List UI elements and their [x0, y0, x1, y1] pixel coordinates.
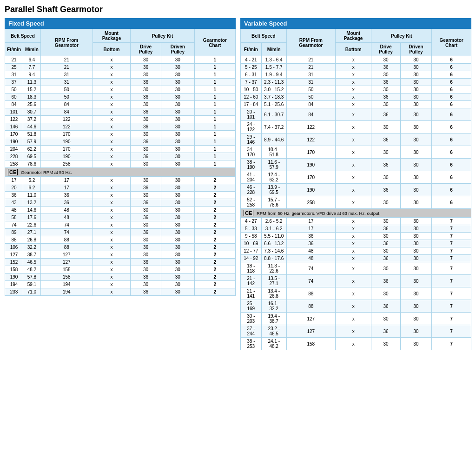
- driven-cell: 30: [400, 247, 432, 255]
- drive-cell: 30: [131, 266, 161, 274]
- rpm-cell: 127: [286, 325, 335, 338]
- rpm-cell: 31: [286, 71, 335, 79]
- m-min-cell: 11.3: [23, 79, 41, 86]
- rpm-cell: 158: [40, 274, 93, 281]
- table-row: 3611.036x30302: [5, 192, 236, 199]
- rpm-cell: 31: [286, 79, 335, 86]
- drive-cell: 30: [131, 281, 161, 288]
- vs-ft-min-header: Ft/min: [241, 43, 262, 56]
- m-min-cell: 7.3 - 14.6: [261, 247, 286, 255]
- drive-cell: 36: [371, 108, 400, 121]
- ft-min-cell: 74: [5, 221, 23, 229]
- chart-cell: 6: [432, 146, 471, 159]
- rpm-cell: 48: [286, 255, 335, 262]
- table-row: 216.421x30301: [5, 56, 236, 64]
- m-min-cell: 27.1: [23, 229, 41, 236]
- table-row: 46 - 22813.9 - 69.5190x36306: [241, 184, 471, 196]
- driven-cell: 30: [161, 288, 194, 296]
- chart-cell: 2: [194, 266, 235, 274]
- m-min-cell: 3.1 - 6.2: [261, 225, 286, 233]
- drive-cell: 36: [131, 259, 161, 266]
- ce-symbol-1: CE: [8, 169, 18, 175]
- chart-cell: 1: [194, 93, 235, 101]
- m-min-cell: 13.4 - 26.8: [261, 287, 286, 300]
- ft-min-cell: 24 - 122: [241, 121, 262, 133]
- mount-cell: x: [93, 288, 131, 296]
- belt-speed-header: Belt Speed: [5, 29, 41, 43]
- drive-cell: 30: [371, 262, 400, 275]
- mount-cell: x: [93, 281, 131, 288]
- mount-cell: x: [335, 196, 371, 209]
- table-row: 3711.331x36301: [5, 79, 236, 86]
- rpm-cell: 36: [40, 199, 93, 207]
- m-min-cell: 69.5: [23, 153, 41, 160]
- chart-cell: 6: [432, 64, 471, 71]
- table-row: 34 - 17010.4 - 51.8170x30306: [241, 146, 471, 159]
- driven-cell: 30: [161, 199, 194, 207]
- mount-cell: x: [335, 255, 371, 262]
- mount-cell: x: [335, 146, 371, 159]
- ft-min-cell: 6 - 31: [241, 71, 262, 79]
- chart-cell: 7: [432, 325, 471, 338]
- m-min-cell: 13.2: [23, 199, 41, 207]
- drive-cell: 30: [131, 101, 161, 108]
- ft-min-cell: 228: [5, 153, 23, 160]
- rpm-cell: 127: [40, 259, 93, 266]
- m-min-cell: 13.5 - 27.1: [261, 275, 286, 287]
- m-min-cell: 16.1 - 32.2: [261, 300, 286, 313]
- chart-cell: 6: [432, 184, 471, 196]
- chart-cell: 2: [194, 214, 235, 221]
- mount-cell: x: [93, 274, 131, 281]
- chart-cell: 1: [194, 108, 235, 116]
- rpm-cell: 50: [40, 86, 93, 93]
- m-min-cell: 32.2: [23, 244, 41, 251]
- ft-min-cell: 233: [5, 288, 23, 296]
- m-min-cell: 30.7: [23, 108, 41, 116]
- m-min-cell: 17.6: [23, 214, 41, 221]
- driven-cell: 30: [400, 93, 432, 101]
- page-title: Parallel Shaft Gearmotor: [5, 5, 471, 14]
- rpm-cell: 21: [40, 64, 93, 71]
- mount-cell: x: [93, 160, 131, 168]
- m-min-cell: 2.3 - 11.3: [261, 79, 286, 86]
- chart-cell: 6: [432, 133, 471, 146]
- ft-min-cell: 37: [5, 79, 23, 86]
- rpm-cell: 84: [286, 108, 335, 121]
- ft-min-cell: 17: [5, 177, 23, 184]
- table-row: 20462.2170x30301: [5, 146, 236, 153]
- rpm-cell: 194: [40, 288, 93, 296]
- mount-cell: x: [93, 251, 131, 259]
- tables-wrapper: Fixed Speed Belt Speed RPM From Gearmoto…: [5, 18, 471, 350]
- mount-cell: x: [93, 138, 131, 146]
- table-row: 22869.5190x36301: [5, 153, 236, 160]
- rpm-cell: 88: [286, 300, 335, 313]
- ft-min-cell: 25 - 169: [241, 300, 262, 313]
- chart-cell: 7: [432, 233, 471, 240]
- rpm-cell: 88: [286, 287, 335, 300]
- table-row: 206.217x36302: [5, 184, 236, 192]
- chart-cell: 7: [432, 300, 471, 313]
- ft-min-cell: 17 - 84: [241, 101, 262, 108]
- rpm-cell: 17: [286, 225, 335, 233]
- mount-cell: x: [335, 287, 371, 300]
- table-row: 8826.888x30302: [5, 236, 236, 244]
- m-min-cell: 8.8 - 17.6: [261, 255, 286, 262]
- rpm-cell: 158: [40, 266, 93, 274]
- chart-cell: 1: [194, 64, 235, 71]
- driven-cell: 30: [400, 64, 432, 71]
- ft-min-cell: 60: [5, 93, 23, 101]
- rpm-cell: 74: [40, 229, 93, 236]
- driven-cell: 30: [161, 221, 194, 229]
- rpm-cell: 21: [286, 56, 335, 64]
- table-row: 257.721x36301: [5, 64, 236, 71]
- mount-cell: x: [335, 93, 371, 101]
- ft-min-cell: 14 - 92: [241, 255, 262, 262]
- table-row: 10 - 696.6 - 13.236x36307: [241, 240, 471, 247]
- table-row: 21 - 14113.4 - 26.888x30307: [241, 287, 471, 300]
- ft-min-cell: 37 - 244: [241, 325, 262, 338]
- driven-cell: 30: [161, 71, 194, 79]
- mount-cell: x: [335, 56, 371, 64]
- drive-cell: 36: [371, 184, 400, 196]
- drive-cell: 30: [131, 131, 161, 138]
- driven-cell: 30: [400, 325, 432, 338]
